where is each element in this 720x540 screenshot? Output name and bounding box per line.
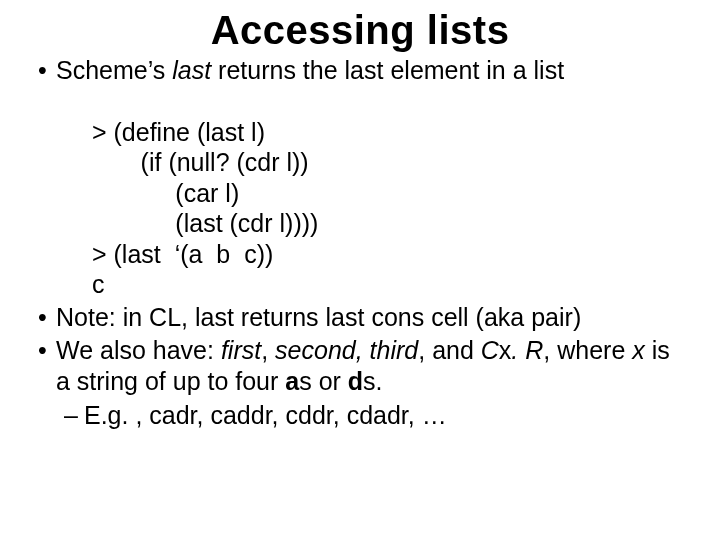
slide-body: • Scheme’s last returns the last element… [36, 55, 684, 431]
text-cxr-r: . R [511, 336, 543, 364]
code-line: (last (cdr l)))) [92, 209, 318, 237]
dash-icon: – [64, 400, 84, 431]
bullet-text: We also have: first, second, third, and … [56, 335, 684, 398]
text-cxr-c: C [481, 336, 499, 364]
bullet-we-also-have: • We also have: first, second, third, an… [36, 335, 684, 398]
text-fragment: , where [543, 336, 632, 364]
code-line: > (define (last l) [92, 118, 265, 146]
slide: Accessing lists • Scheme’s last returns … [0, 0, 720, 540]
text-fragment: s or [299, 367, 348, 395]
text-fragment: s. [363, 367, 382, 395]
text-second-third-italic: second, third [275, 336, 418, 364]
bullet-text: Note: in CL, last returns last cons cell… [56, 302, 684, 333]
code-line: (car l) [92, 179, 239, 207]
text-cxr-x: x [499, 336, 512, 364]
text-fragment: , [261, 336, 275, 364]
bullet-dot-icon: • [36, 55, 56, 86]
text-fragment: Scheme’s [56, 56, 172, 84]
bullet-scheme-last: • Scheme’s last returns the last element… [36, 55, 684, 86]
sub-bullet-eg: – E.g. , cadr, caddr, cddr, cdadr, … [64, 400, 684, 431]
text-fragment: , and [418, 336, 481, 364]
slide-title: Accessing lists [36, 8, 684, 53]
text-a-bold: a [285, 367, 299, 395]
text-d-bold: d [348, 367, 363, 395]
sub-bullet-text: E.g. , cadr, caddr, cddr, cdadr, … [84, 400, 447, 431]
bullet-note-cl: • Note: in CL, last returns last cons ce… [36, 302, 684, 333]
text-last-italic: last [172, 56, 211, 84]
bullet-dot-icon: • [36, 302, 56, 333]
code-line: c [92, 270, 105, 298]
bullet-dot-icon: • [36, 335, 56, 398]
code-line: > (last ‘(a b c)) [92, 240, 273, 268]
text-fragment: We also have: [56, 336, 221, 364]
code-block: > (define (last l) (if (null? (cdr l)) (… [92, 86, 684, 300]
text-first-italic: first [221, 336, 261, 364]
code-line: (if (null? (cdr l)) [92, 148, 309, 176]
bullet-text: Scheme’s last returns the last element i… [56, 55, 684, 86]
text-fragment: returns the last element in a list [211, 56, 564, 84]
text-x-italic: x [632, 336, 645, 364]
